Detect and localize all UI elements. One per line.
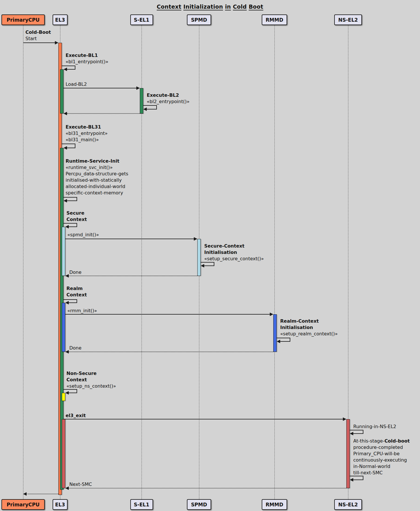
message-label-line: procedure-completed (353, 444, 410, 451)
lifeline-rmmd (274, 25, 275, 499)
label-segment: Next-SMC (69, 482, 92, 487)
label-segment: Secure-Context (204, 243, 244, 249)
message-label-line: Load-BL2 (66, 81, 87, 88)
label-segment: «bl2_entrypoint()» (147, 99, 189, 104)
label-segment: allocated-individual-world (66, 184, 125, 189)
message-label-line: «spmd_init()» (67, 232, 99, 238)
message-label-line: Initialisation (280, 324, 338, 331)
activation-s-el1-2 (140, 88, 143, 114)
message-label-line: «setup_secure_context()» (204, 256, 264, 262)
participant-label: PrimaryCPU (7, 502, 40, 508)
selfcall-bottom-secure-context (68, 226, 77, 227)
message-label-line: «runtime_svc_init()» (66, 164, 128, 171)
message-label-load-bl2: Load-BL2 (66, 81, 87, 88)
label-segment: «setup_ns_context()» (66, 383, 116, 389)
selfcall-top-execute-bl2 (143, 105, 157, 106)
message-line-rmm-init (65, 314, 270, 315)
message-label-line: Secure (66, 210, 87, 216)
message-label-line: «bl31_main()» (66, 137, 108, 143)
message-label-line: Done (69, 345, 81, 351)
sequence-diagram: Context Initialization in Cold Boot Prim… (0, 0, 420, 511)
message-label-execute-bl1: Execute-BL1«bl1_entrypoint()» (66, 52, 108, 65)
message-label-line: allocated-individual-world (66, 183, 128, 190)
participant-rmmd-top: RMMD (262, 14, 287, 25)
arrowhead-spmd-init (194, 237, 197, 241)
arrowhead-cold-boot-start (55, 41, 58, 44)
message-label-line: «setup_realm_context()» (280, 331, 338, 337)
message-label-line: specific-context-memory (66, 190, 128, 196)
activation-ns-el2-10 (346, 419, 350, 488)
participant-primarycpu-top: PrimaryCPU (1, 14, 45, 25)
label-segment: «setup_secure_context()» (204, 256, 264, 261)
title-word: in (225, 3, 231, 10)
message-label-line: At-this-stage-Cold-boot (353, 438, 410, 444)
selfcall-bottom-execute-bl2 (146, 109, 157, 109)
diagram-title: Context Initialization in Cold Boot (0, 3, 420, 10)
selfcall-bottom-cold-boot-completed-note (353, 480, 363, 480)
selfcall-top-realm-context (64, 299, 77, 300)
message-label-line: «bl1_entrypoint()» (66, 59, 108, 65)
message-label-spmd-init: «spmd_init()» (67, 232, 99, 238)
participant-rmmd-bottom: RMMD (262, 499, 287, 510)
message-label-el3-exit: el3_exit (66, 412, 86, 419)
arrowhead-done-rmmd (65, 350, 69, 354)
label-segment: «bl31_entrypoint» (66, 131, 108, 136)
title-word: Initialization (183, 3, 223, 10)
message-label-line: till-next-SMC (353, 470, 410, 476)
message-label-line: «bl2_entrypoint()» (147, 99, 189, 105)
message-label-non-secure-context: Non-SecureContext«setup_ns_context()» (66, 370, 116, 389)
message-label-line: Runtime-Service-Init (66, 158, 128, 164)
arrowhead-secure-context-initialisation (201, 264, 204, 267)
message-label-line: Initialisation (204, 249, 264, 256)
arrowhead-return-bl2 (64, 112, 67, 115)
label-segment: Runtime-Service-Init (66, 158, 119, 164)
message-label-line: Running-in-NS-EL2 (353, 423, 396, 430)
message-label-line: el3_exit (66, 412, 86, 419)
selfcall-bottom-execute-bl1 (67, 69, 75, 70)
message-label-done-spmd: Done (69, 269, 81, 276)
message-label-line: Non-Secure (66, 370, 116, 377)
selfcall-bottom-secure-context-initialisation (204, 265, 214, 266)
title-word: Context (157, 3, 181, 10)
label-segment: Secure (66, 210, 84, 216)
arrowhead-cold-boot-completed-note (350, 478, 353, 482)
message-label-rmm-init: «rmm_init()» (67, 308, 97, 314)
return-line-next-smc (68, 488, 346, 488)
selfcall-top-execute-bl1 (62, 66, 75, 66)
participant-label: S-EL1 (134, 17, 149, 23)
message-label-line: Context (66, 216, 87, 223)
label-segment: Execute-BL31 (66, 124, 101, 130)
arrowhead-realm-context (65, 301, 69, 304)
activation-el3-6 (62, 303, 65, 352)
selfcall-top-running-in-ns-el2 (350, 430, 363, 430)
message-label-line: Realm-Context (280, 318, 338, 324)
message-label-line: continuously-executing (353, 457, 410, 463)
label-segment: «bl31_main()» (66, 137, 99, 142)
arrowhead-runtime-service-init (64, 199, 67, 202)
message-label-execute-bl31: Execute-BL31«bl31_entrypoint»«bl31_main(… (66, 124, 108, 143)
participant-s-el1-bottom: S-EL1 (130, 499, 153, 510)
return-line-done-spmd (68, 276, 197, 276)
message-label-cold-boot-completed-note: At-this-stage-Cold-bootprocedure-complet… (353, 438, 410, 476)
label-segment: «setup_realm_context()» (280, 331, 338, 337)
message-label-line: Context (66, 292, 87, 298)
message-label-cold-boot-start: Cold-BootStart (25, 29, 51, 42)
message-label-line: Realm (66, 285, 87, 292)
label-segment: Context (66, 292, 87, 298)
participant-ns-el2-top: NS-EL2 (334, 14, 362, 25)
selfcall-bottom-runtime-service-init (67, 200, 77, 201)
selfcall-top-secure-context-initialisation (201, 262, 214, 263)
message-label-running-in-ns-el2: Running-in-NS-EL2 (353, 423, 396, 430)
participant-spmd-top: SPMD (187, 14, 211, 25)
message-label-line: Context (66, 377, 116, 383)
participant-primarycpu-bottom: PrimaryCPU (1, 499, 45, 510)
selfcall-top-realm-context-initialisation (277, 338, 290, 338)
message-label-line: «setup_ns_context()» (66, 383, 116, 389)
message-label-secure-context: SecureContext (66, 210, 87, 223)
selfcall-bottom-realm-context (68, 302, 77, 303)
label-segment: till-next-SMC (353, 470, 383, 475)
label-segment: Primary_CPU-will-be (353, 451, 399, 456)
message-label-line: Secure-Context (204, 243, 264, 249)
participant-label: EL3 (55, 17, 65, 23)
participant-el3-top: EL3 (53, 14, 68, 25)
